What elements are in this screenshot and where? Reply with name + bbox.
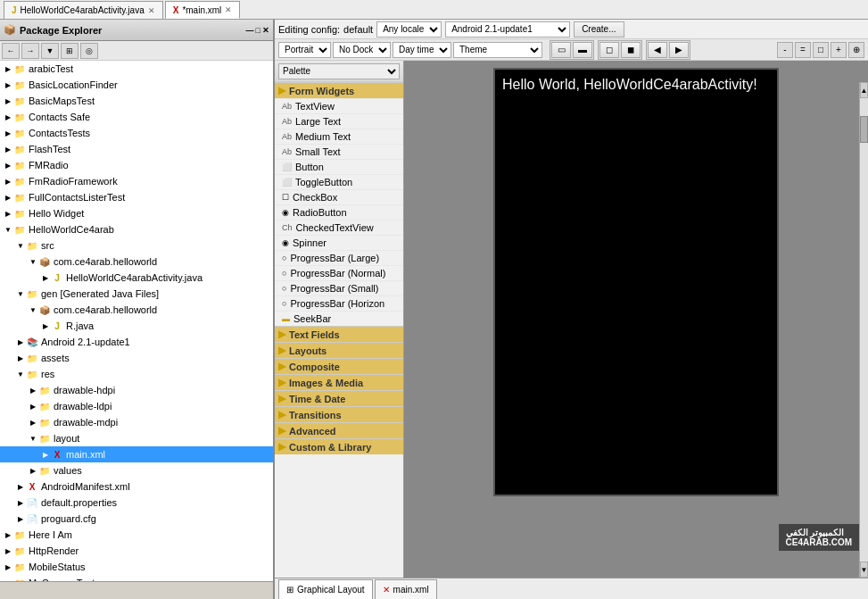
- size-btn1[interactable]: ◻: [599, 42, 619, 58]
- tree-expand-hereIAm[interactable]: ▶: [4, 531, 12, 539]
- tab-main-xml[interactable]: ✕ main.xml: [375, 579, 437, 599]
- zoom-out-btn[interactable]: -: [777, 42, 793, 58]
- tree-expand-contactsTests[interactable]: ▶: [4, 129, 12, 137]
- tree-item-fmRadioFramework[interactable]: ▶📁FmRadioFramework: [0, 173, 273, 189]
- api-select[interactable]: Android 2.1-update1: [445, 21, 570, 37]
- tree-expand-proguard[interactable]: ▶: [16, 515, 25, 523]
- tree-item-drawableLdpi[interactable]: ▶📁drawable-ldpi: [0, 398, 273, 414]
- tree-item-mobileStatus[interactable]: ▶📁MobileStatus: [0, 559, 273, 575]
- palette-group-composite[interactable]: ▶ Composite: [275, 358, 403, 374]
- theme-select[interactable]: Theme: [453, 42, 542, 58]
- tree-item-helloWidget[interactable]: ▶📁Hello Widget: [0, 205, 273, 221]
- tree-expand-defaultProps[interactable]: ▶: [16, 499, 25, 507]
- zoom-normal-btn[interactable]: □: [813, 42, 829, 58]
- palette-group-time-date[interactable]: ▶ Time & Date: [275, 390, 403, 406]
- tree-expand-basicMapsTest[interactable]: ▶: [4, 97, 12, 105]
- palette-item-checkbox[interactable]: ☐ CheckBox: [275, 189, 403, 204]
- tree-expand-com.ce4arab.helloworld2[interactable]: ▼: [29, 306, 37, 314]
- palette-item-spinner[interactable]: ◉ Spinner: [275, 235, 403, 250]
- size-btn2[interactable]: ◼: [621, 42, 641, 58]
- palette-group-transitions[interactable]: ▶ Transitions: [275, 406, 403, 422]
- canvas-area[interactable]: Hello World, HelloWorldCe4arabActivity! …: [404, 61, 868, 578]
- tree-item-com.ce4arab.helloworld[interactable]: ▼📦com.ce4arab.helloworld: [0, 254, 273, 270]
- palette-item-textview[interactable]: Ab TextView: [275, 98, 403, 113]
- next-btn[interactable]: ▶: [669, 42, 689, 58]
- palette-item-seekbar[interactable]: ▬ SeekBar: [275, 311, 403, 326]
- close-panel-icon[interactable]: ✕: [262, 26, 269, 35]
- tree-item-defaultProps[interactable]: ▶📄default.properties: [0, 495, 273, 511]
- tree-expand-drawableMdpi[interactable]: ▶: [29, 419, 37, 427]
- tree-expand-httpRender[interactable]: ▶: [4, 547, 12, 555]
- dock-select[interactable]: No Dock: [333, 42, 391, 58]
- minimize-icon[interactable]: —: [246, 26, 254, 35]
- forward-button[interactable]: →: [21, 43, 39, 59]
- palette-item-progressbar-small[interactable]: ○ ProgressBar (Small): [275, 280, 403, 295]
- collapse-button[interactable]: ▼: [41, 43, 59, 59]
- tree-item-fullContactsLister[interactable]: ▶📁FullContactsListerTest: [0, 189, 273, 205]
- tree-expand-layout[interactable]: ▼: [29, 435, 37, 443]
- tree-expand-basicLocationFinder[interactable]: ▶: [4, 81, 12, 89]
- tree-item-assets[interactable]: ▶📁assets: [0, 350, 273, 366]
- tree-item-drawableMdpi[interactable]: ▶📁drawable-mdpi: [0, 414, 273, 430]
- time-select[interactable]: Day time: [393, 42, 451, 58]
- palette-item-progressbar-horizon[interactable]: ○ ProgressBar (Horizon: [275, 295, 403, 311]
- back-button[interactable]: ←: [2, 43, 20, 59]
- palette-item-progressbar-large[interactable]: ○ ProgressBar (Large): [275, 250, 403, 265]
- scroll-up[interactable]: ▲: [860, 82, 868, 98]
- tree-item-fmRadio[interactable]: ▶📁FMRadio: [0, 157, 273, 173]
- canvas-scrollbar[interactable]: ▲ ▼: [859, 82, 868, 578]
- tab-xml-close[interactable]: ✕: [225, 5, 232, 14]
- tab-graphical-layout[interactable]: ⊞ Graphical Layout: [278, 579, 373, 599]
- tree-expand-com.ce4arab.helloworld[interactable]: ▼: [29, 258, 37, 266]
- tree-expand-assets[interactable]: ▶: [16, 354, 25, 362]
- palette-item-medium-text[interactable]: Ab Medium Text: [275, 129, 403, 144]
- tree-item-contactsSafe[interactable]: ▶📁Contacts Safe: [0, 109, 273, 125]
- maximize-icon[interactable]: □: [256, 26, 260, 35]
- tree-item-values[interactable]: ▶📁values: [0, 462, 273, 478]
- tree-expand-mobileStatus[interactable]: ▶: [4, 563, 12, 571]
- tree-item-proguard[interactable]: ▶📄proguard.cfg: [0, 511, 273, 527]
- tree-expand-drawableHdpi[interactable]: ▶: [29, 387, 37, 395]
- landscape-btn[interactable]: ▬: [573, 42, 592, 58]
- palette-group-images-media[interactable]: ▶ Images & Media: [275, 374, 403, 390]
- palette-item-radiobutton[interactable]: ◉ RadioButton: [275, 204, 403, 220]
- zoom-fit-btn[interactable]: =: [795, 42, 811, 58]
- tree-expand-rJava[interactable]: ▶: [41, 322, 50, 330]
- tree-expand-src[interactable]: ▼: [16, 242, 25, 250]
- tree-item-arabicTest[interactable]: ▶📁arabicTest: [0, 61, 273, 77]
- palette-group-layouts[interactable]: ▶ Layouts: [275, 342, 403, 358]
- locale-select[interactable]: Any locale: [376, 21, 442, 37]
- tab-xml[interactable]: X *main.xml ✕: [165, 1, 241, 19]
- package-tree[interactable]: ▶📁arabicTest▶📁BasicLocationFinder▶📁Basic…: [0, 61, 273, 581]
- tree-expand-flashTest[interactable]: ▶: [4, 146, 12, 154]
- scroll-down[interactable]: ▼: [860, 562, 868, 578]
- tree-expand-androidManifest[interactable]: ▶: [16, 483, 25, 491]
- tree-item-helloCe4arab[interactable]: ▼📁HelloWorldCe4arab: [0, 221, 273, 237]
- palette-item-small-text[interactable]: Ab Small Text: [275, 144, 403, 159]
- tree-expand-drawableLdpi[interactable]: ▶: [29, 403, 37, 411]
- tree-expand-gen[interactable]: ▼: [16, 290, 25, 298]
- palette-group-text-fields[interactable]: ▶ Text Fields: [275, 326, 403, 342]
- tree-item-gen[interactable]: ▼📁gen [Generated Java Files]: [0, 286, 273, 302]
- scroll-thumb[interactable]: [860, 116, 868, 143]
- tree-expand-fmRadioFramework[interactable]: ▶: [4, 178, 12, 186]
- tree-item-basicMapsTest[interactable]: ▶📁BasicMapsTest: [0, 93, 273, 109]
- tree-item-hereIAm[interactable]: ▶📁Here I Am: [0, 527, 273, 543]
- tree-item-android21[interactable]: ▶📚Android 2.1-update1: [0, 334, 273, 350]
- tree-expand-mainXml[interactable]: ▶: [41, 451, 50, 459]
- palette-group-custom-library[interactable]: ▶ Custom & Library: [275, 438, 403, 454]
- palette-select[interactable]: Palette: [278, 63, 400, 79]
- tree-item-src[interactable]: ▼📁src: [0, 237, 273, 254]
- tree-expand-arabicTest[interactable]: ▶: [4, 65, 12, 73]
- tree-item-androidManifest[interactable]: ▶XAndroidManifest.xml: [0, 478, 273, 495]
- palette-item-checkedtextview[interactable]: Ch CheckedTextView: [275, 220, 403, 235]
- tree-item-drawableHdpi[interactable]: ▶📁drawable-hdpi: [0, 382, 273, 398]
- orientation-select[interactable]: Portrait: [278, 42, 331, 58]
- tree-item-basicLocationFinder[interactable]: ▶📁BasicLocationFinder: [0, 77, 273, 93]
- tree-item-com.ce4arab.helloworld2[interactable]: ▼📦com.ce4arab.helloworld: [0, 302, 273, 318]
- tree-expand-HelloWorldCe4arabActivity[interactable]: ▶: [41, 274, 50, 282]
- tree-item-flashTest[interactable]: ▶📁FlashTest: [0, 141, 273, 157]
- portrait-btn[interactable]: ▭: [551, 42, 571, 58]
- create-config-button[interactable]: Create...: [574, 21, 624, 37]
- tab-java[interactable]: J HelloWorldCe4arabActivity.java ✕: [4, 1, 163, 19]
